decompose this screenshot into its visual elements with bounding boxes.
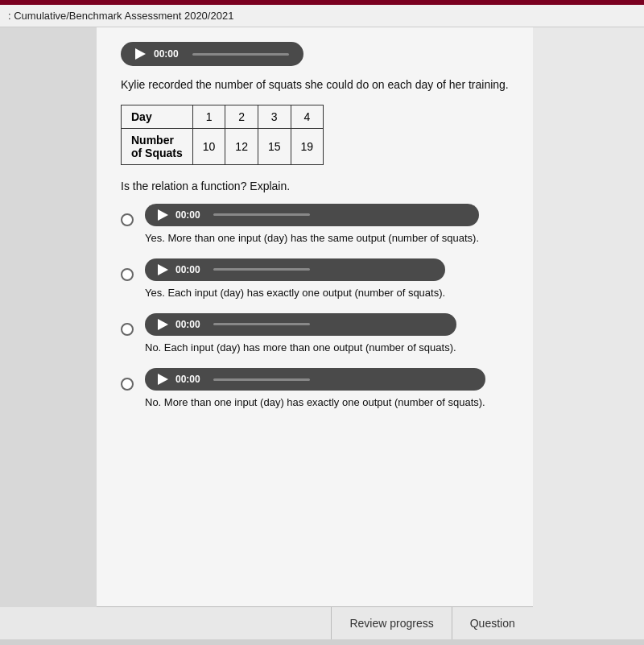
option-2-text: Yes. Each input (day) has exactly one ou… <box>145 286 445 300</box>
option-2-audio-track[interactable] <box>213 268 310 271</box>
question-button[interactable]: Question <box>452 607 533 639</box>
data-table: Day 1 2 3 4 Numberof Squats 10 12 15 19 <box>121 105 324 165</box>
main-audio-track[interactable] <box>192 53 289 56</box>
table-cell-day2: 2 <box>225 105 258 128</box>
option-4-audio-time: 00:00 <box>175 374 206 385</box>
option-2-play-button[interactable] <box>158 264 168 275</box>
table-cell-val1: 10 <box>192 128 225 164</box>
option-1-text: Yes. More than one input (day) has the s… <box>145 231 479 246</box>
table-cell-day3: 3 <box>258 105 291 128</box>
main-play-button[interactable] <box>135 48 146 60</box>
table-cell-val3: 15 <box>258 128 291 164</box>
main-audio-player[interactable]: 00:00 <box>121 42 303 66</box>
page-title: : Cumulative/Benchmark Assessment 2020/2… <box>8 10 233 22</box>
table-cell-val2: 12 <box>225 128 258 164</box>
main-audio-time: 00:00 <box>154 48 184 60</box>
review-progress-button[interactable]: Review progress <box>331 607 451 639</box>
option-4-audio-player[interactable]: 00:00 <box>145 368 485 391</box>
option-3: 00:00 No. Each input (day) has more than… <box>121 313 509 355</box>
option-1-content: 00:00 Yes. More than one input (day) has… <box>145 204 479 246</box>
main-content: 00:00 Kylie recorded the number of squat… <box>0 27 644 639</box>
option-4-audio-track[interactable] <box>213 378 310 381</box>
option-4-text: No. More than one input (day) has exactl… <box>145 395 485 410</box>
table-header-day: Day <box>122 105 193 128</box>
title-bar: : Cumulative/Benchmark Assessment 2020/2… <box>0 5 644 27</box>
option-1-radio[interactable] <box>121 213 134 226</box>
option-3-content: 00:00 No. Each input (day) has more than… <box>145 313 456 355</box>
table-cell-val4: 19 <box>291 128 324 164</box>
option-4-radio[interactable] <box>121 378 134 391</box>
option-3-audio-time: 00:00 <box>175 319 206 330</box>
footer-bar: Review progress Question <box>97 606 533 639</box>
option-1-audio-time: 00:00 <box>175 209 206 221</box>
option-2-content: 00:00 Yes. Each input (day) has exactly … <box>145 258 445 300</box>
option-3-radio[interactable] <box>121 323 134 336</box>
option-4-play-button[interactable] <box>158 374 168 385</box>
table-cell-day1: 1 <box>192 105 225 128</box>
option-1-audio-player[interactable]: 00:00 <box>145 204 479 226</box>
content-area: 00:00 Kylie recorded the number of squat… <box>97 27 533 639</box>
table-cell-day4: 4 <box>291 105 324 128</box>
option-4: 00:00 No. More than one input (day) has … <box>121 368 509 410</box>
sub-question-text: Is the relation a function? Explain. <box>121 180 509 192</box>
left-sidebar <box>0 27 97 607</box>
question-text: Kylie recorded the number of squats she … <box>121 77 509 93</box>
option-2-audio-time: 00:00 <box>175 264 206 275</box>
option-3-text: No. Each input (day) has more than one o… <box>145 341 456 355</box>
option-3-audio-track[interactable] <box>213 323 310 325</box>
option-4-content: 00:00 No. More than one input (day) has … <box>145 368 485 410</box>
option-3-play-button[interactable] <box>158 319 168 330</box>
option-2: 00:00 Yes. Each input (day) has exactly … <box>121 258 509 300</box>
option-1-audio-track[interactable] <box>213 213 310 216</box>
answer-options: 00:00 Yes. More than one input (day) has… <box>121 204 509 411</box>
option-1: 00:00 Yes. More than one input (day) has… <box>121 204 509 246</box>
option-3-audio-player[interactable]: 00:00 <box>145 313 456 336</box>
option-2-audio-player[interactable]: 00:00 <box>145 258 445 281</box>
option-1-play-button[interactable] <box>158 209 168 221</box>
table-header-squats: Numberof Squats <box>122 128 193 164</box>
option-2-radio[interactable] <box>121 268 134 281</box>
